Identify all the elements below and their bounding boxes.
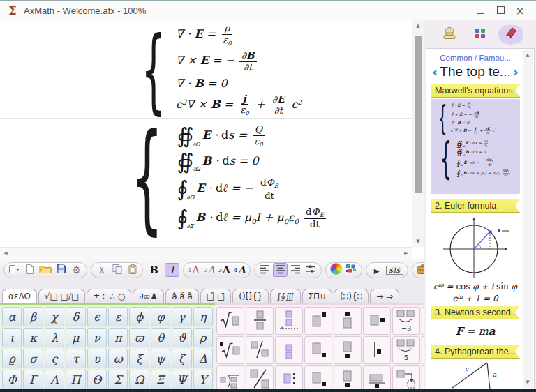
editor-horizontal-scrollbar[interactable]: ◄ ► [0,247,412,259]
math-template-button[interactable]: −3 [392,307,420,335]
menu-button[interactable] [7,263,22,277]
italic-button[interactable]: I [165,263,179,277]
palette-tab[interactable]: □̂ □̈ [200,289,232,303]
greek-letter-button[interactable]: ϱ [2,349,22,368]
settings-button[interactable]: ⚙ [69,263,84,277]
greek-letter-button[interactable]: ψ [151,349,170,368]
scroll-down-icon[interactable]: ▼ [412,236,424,247]
euler-section[interactable]: eiφ = cos φ + i sin φ eiπ + 1 = 0 [431,214,520,303]
equation-editor-canvas[interactable]: { ∇ · E = ρε0∇ × E = − ∂B∂t∇ · B = 0c2∇ … [0,20,424,259]
math-template-button[interactable]: 5 [392,336,420,364]
greek-letter-button[interactable]: Γ [23,370,43,389]
greek-letter-button[interactable]: ν [87,328,107,347]
color-palette-button[interactable] [344,263,359,277]
greek-letter-button[interactable]: γ [172,307,191,326]
math-template-button[interactable] [392,365,420,389]
run-button[interactable]: ▶ [369,263,384,277]
new-document-button[interactable] [22,263,37,277]
scroll-up-icon[interactable]: ▲ [412,20,424,31]
symbol-library-tab-button[interactable] [468,25,493,44]
greek-letter-button[interactable]: Υ [193,370,213,389]
palette-tab[interactable]: → ⇒ [370,289,399,303]
greek-letter-button[interactable]: ρ [193,328,213,347]
math-template-button[interactable] [275,336,303,364]
greek-letter-button[interactable]: ϖ [129,328,149,347]
greek-letter-button[interactable]: σ [23,349,43,368]
math-template-button[interactable] [216,365,244,389]
toolbox-button[interactable] [415,263,424,277]
font-preset-button[interactable]: 1A [186,263,201,277]
math-template-button[interactable]: 1 [422,336,424,364]
greek-letter-button[interactable]: Θ [87,370,107,389]
newton-section[interactable]: F = ma [431,325,520,338]
palette-tab[interactable]: ∫∮∭ [270,289,300,303]
math-template-button[interactable] [216,307,244,335]
greek-letter-button[interactable]: Ω [129,370,149,389]
save-button[interactable] [54,263,68,277]
greek-letter-button[interactable]: η [193,307,213,326]
math-template-button[interactable] [275,365,303,389]
pythagorean-section[interactable]: c a [431,360,520,389]
greek-letter-button[interactable]: ϕ [129,307,149,326]
greek-letter-button[interactable]: Ψ [172,370,191,389]
scroll-right-icon[interactable]: ► [401,248,412,259]
greek-letter-button[interactable]: ζ [172,349,191,368]
greek-letter-button[interactable]: χ [45,307,64,326]
tex-toggle-button[interactable]: $I$ [385,263,405,277]
paste-button[interactable] [125,263,140,277]
greek-letter-button[interactable]: α [2,307,22,326]
font-preset-button[interactable]: 3A [217,263,232,277]
greek-letter-button[interactable]: β [23,307,43,326]
breadcrumb[interactable]: Common / Famou... [431,54,520,62]
math-template-button[interactable] [422,307,424,335]
align-left-button[interactable] [258,263,272,277]
math-template-button[interactable] [275,307,303,335]
greek-letter-button[interactable]: π [108,328,128,347]
math-template-button[interactable] [304,336,332,364]
align-distribute-button[interactable] [304,263,318,277]
palette-tab[interactable]: ∂∞♟ [133,289,164,303]
cut-button[interactable]: ✂ [94,263,109,277]
align-right-button[interactable] [288,263,303,277]
font-preset-button[interactable]: 4A [232,263,247,277]
greek-letter-button[interactable]: υ [87,349,107,368]
math-template-button[interactable] [363,365,391,389]
greek-letter-button[interactable]: λ [45,328,64,347]
palette-tab[interactable]: (∷){∷ [334,289,368,303]
editor-vertical-scrollbar[interactable]: ▲ ▼ [412,20,424,247]
palette-tab[interactable]: αεΔΩ [2,289,37,303]
math-template-button[interactable] [246,336,274,364]
greek-letter-button[interactable]: θ [151,328,170,347]
math-template-button[interactable] [334,336,362,364]
greek-letter-button[interactable]: ω [108,349,128,368]
greek-letter-button[interactable]: φ [151,307,170,326]
greek-letter-button[interactable]: κ [23,328,43,347]
bookmarks-tab-button[interactable] [498,25,523,44]
sidebar-scrollbar[interactable]: ▲ ▼ [523,50,533,388]
math-template-button[interactable] [334,307,362,335]
tag-pythagorean[interactable]: 4. Pythagorean the... [431,345,520,359]
align-center-button[interactable] [273,263,288,277]
math-template-button[interactable] [363,307,391,335]
maxwell-thumbnail[interactable]: { ∇ · E = ρε0∇ × E = − ∂B∂t∇ · B = 0c2∇ … [431,99,520,194]
prev-collection-icon[interactable]: ‹ [431,65,439,79]
color-wheel-button[interactable] [329,263,343,277]
scrollbar-thumb[interactable] [415,36,422,193]
scroll-left-icon[interactable]: ◄ [0,248,11,259]
greek-letter-button[interactable]: ς [45,349,64,368]
minimize-button[interactable] [471,3,491,19]
bold-button[interactable]: B [147,263,161,277]
close-button[interactable]: × [510,3,530,19]
palette-tab[interactable]: ±÷ ∴ ○ [87,289,131,303]
math-template-button[interactable] [304,365,332,389]
math-template-button[interactable] [304,307,332,335]
next-collection-icon[interactable]: › [512,65,520,79]
tag-maxwell[interactable]: Maxwell's equations [431,84,520,98]
greek-letter-button[interactable]: Λ [45,370,64,389]
math-template-button[interactable] [246,307,274,335]
math-template-button[interactable] [334,365,362,389]
font-preset-button[interactable]: 2A [202,263,216,277]
handwriting-tab-button[interactable] [437,25,462,44]
greek-letter-button[interactable]: Σ [108,370,128,389]
greek-letter-button[interactable]: ξ [129,349,149,368]
